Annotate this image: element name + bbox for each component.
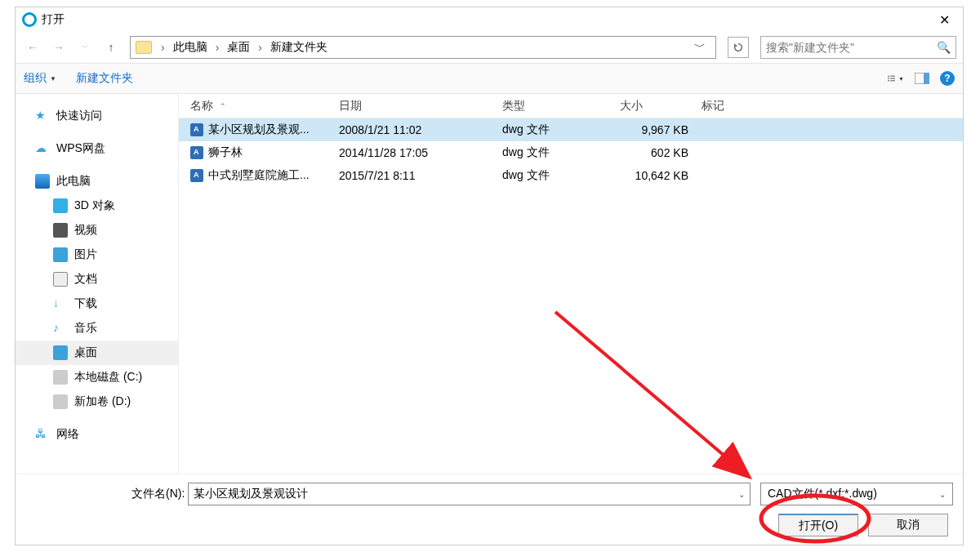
close-button[interactable]: ✕	[932, 12, 956, 28]
dropdown-caret-icon: ⌄	[939, 490, 946, 499]
sidebar-network[interactable]: 🖧 网络	[16, 422, 178, 447]
file-row[interactable]: 中式别墅庭院施工...2015/7/21 8:11dwg 文件10,642 KB	[179, 164, 963, 187]
svg-rect-2	[888, 78, 889, 78]
dropdown-caret-icon[interactable]: ⌄	[738, 490, 745, 499]
breadcrumb-sep: ›	[158, 41, 167, 54]
dropdown-caret-icon: ▼	[898, 76, 904, 82]
dwg-file-icon	[190, 169, 203, 182]
navigation-sidebar: ★ 快速访问 ☁ WPS网盘 此电脑 3D 对象 视频	[16, 94, 179, 474]
cancel-button[interactable]: 取消	[868, 514, 948, 536]
network-icon: 🖧	[35, 427, 50, 442]
bottom-panel: 文件名(N): 某小区规划及景观设计 ⌄ CAD文件(*.dxf;*.dwg) …	[16, 474, 963, 545]
breadcrumb-sep: ›	[213, 41, 222, 54]
preview-pane-button[interactable]	[914, 71, 930, 86]
breadcrumb-dropdown[interactable]: ﹀	[689, 40, 710, 55]
search-icon[interactable]: 🔍	[937, 41, 951, 54]
window-title: 打开	[42, 12, 932, 27]
desktop-icon	[53, 345, 68, 360]
svg-rect-7	[924, 73, 929, 84]
folder-icon	[136, 41, 152, 54]
svg-rect-0	[888, 76, 889, 77]
crumb-this-pc[interactable]: 此电脑	[171, 38, 210, 56]
file-list: 某小区规划及景观...2008/1/21 11:02dwg 文件9,967 KB…	[179, 118, 963, 474]
organize-button[interactable]: 组织 ▼	[24, 71, 56, 86]
cube-icon	[53, 198, 68, 213]
dropdown-caret-icon: ▼	[50, 75, 56, 82]
refresh-button[interactable]	[728, 37, 749, 58]
sidebar-quick-access[interactable]: ★ 快速访问	[16, 104, 178, 128]
refresh-icon	[733, 42, 744, 53]
breadcrumb-sep: ›	[256, 41, 265, 54]
music-icon: ♪	[53, 321, 68, 336]
dwg-file-icon	[190, 146, 203, 159]
sidebar-drive-c[interactable]: 本地磁盘 (C:)	[16, 365, 178, 390]
cloud-icon: ☁	[35, 141, 50, 156]
crumb-desktop[interactable]: 桌面	[225, 38, 252, 56]
sidebar-videos[interactable]: 视频	[16, 218, 178, 243]
sidebar-drive-d[interactable]: 新加卷 (D:)	[16, 390, 178, 414]
sidebar-desktop[interactable]: 桌面	[16, 341, 178, 365]
sidebar-downloads[interactable]: ↓ 下载	[16, 292, 178, 316]
crumb-folder[interactable]: 新建文件夹	[268, 38, 330, 56]
filename-label: 文件名(N):	[25, 487, 185, 501]
up-button[interactable]: ↑	[100, 37, 122, 58]
sort-caret-icon: ⌃	[220, 102, 226, 110]
download-icon: ↓	[53, 296, 68, 311]
column-tag[interactable]: 标记	[702, 99, 767, 114]
picture-icon	[53, 247, 68, 262]
drive-icon	[53, 370, 68, 385]
star-icon: ★	[35, 109, 50, 123]
svg-rect-3	[890, 78, 895, 78]
column-name[interactable]: 名称 ⌃	[190, 99, 339, 114]
svg-rect-4	[888, 80, 889, 81]
sidebar-3d-objects[interactable]: 3D 对象	[16, 194, 178, 218]
sidebar-wps-cloud[interactable]: ☁ WPS网盘	[16, 136, 178, 161]
navigation-bar: ← → ﹀ ↑ › 此电脑 › 桌面 › 新建文件夹 ﹀ 🔍	[16, 32, 963, 63]
open-button[interactable]: 打开(O)	[778, 514, 858, 536]
open-file-dialog: 打开 ✕ ← → ﹀ ↑ › 此电脑 › 桌面 › 新建文件夹 ﹀ 🔍	[15, 7, 964, 545]
history-dropdown[interactable]: ﹀	[74, 37, 96, 58]
pc-icon	[35, 174, 50, 189]
dialog-body: ★ 快速访问 ☁ WPS网盘 此电脑 3D 对象 视频	[16, 94, 963, 474]
document-icon	[53, 272, 68, 287]
back-button[interactable]: ←	[22, 37, 43, 58]
app-icon	[22, 12, 37, 27]
svg-rect-5	[890, 80, 895, 81]
file-panel: 名称 ⌃ 日期 类型 大小 标记 某小区规划及景观...2008/1/21 11…	[179, 94, 963, 474]
filename-input[interactable]: 某小区规划及景观设计 ⌄	[188, 483, 751, 505]
drive-icon	[53, 394, 68, 409]
sidebar-music[interactable]: ♪ 音乐	[16, 316, 178, 341]
film-icon	[53, 223, 68, 238]
column-size[interactable]: 大小	[620, 99, 702, 114]
search-box[interactable]: 🔍	[760, 36, 956, 59]
view-options-button[interactable]: ▼	[888, 71, 904, 86]
sidebar-this-pc[interactable]: 此电脑	[16, 169, 178, 194]
dwg-file-icon	[190, 123, 203, 136]
search-input[interactable]	[766, 41, 937, 54]
new-folder-button[interactable]: 新建文件夹	[76, 71, 133, 86]
sidebar-pictures[interactable]: 图片	[16, 243, 178, 267]
titlebar: 打开 ✕	[16, 7, 963, 32]
column-date[interactable]: 日期	[339, 99, 502, 114]
file-row[interactable]: 狮子林2014/11/28 17:05dwg 文件602 KB	[179, 141, 963, 164]
svg-rect-1	[890, 76, 895, 77]
help-button[interactable]: ?	[940, 71, 955, 86]
sidebar-documents[interactable]: 文档	[16, 267, 178, 292]
column-headers: 名称 ⌃ 日期 类型 大小 标记	[179, 94, 963, 118]
breadcrumb[interactable]: › 此电脑 › 桌面 › 新建文件夹 ﹀	[130, 36, 716, 59]
filetype-dropdown[interactable]: CAD文件(*.dxf;*.dwg) ⌄	[760, 483, 953, 505]
forward-button: →	[48, 37, 69, 58]
toolbar: 组织 ▼ 新建文件夹 ▼ ?	[16, 64, 963, 93]
file-row[interactable]: 某小区规划及景观...2008/1/21 11:02dwg 文件9,967 KB	[179, 118, 963, 141]
column-type[interactable]: 类型	[502, 99, 620, 114]
